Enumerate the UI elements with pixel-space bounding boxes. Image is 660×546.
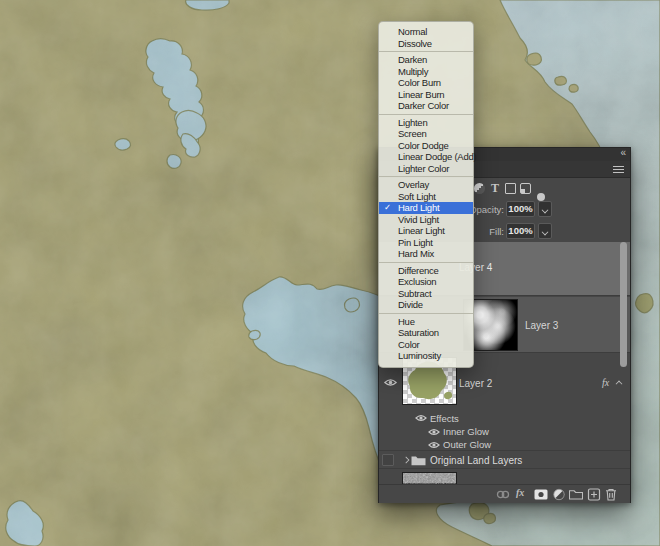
menu-item-dissolve[interactable]: Dissolve — [379, 38, 473, 50]
layer-style-icon[interactable]: fx — [516, 487, 530, 500]
adjustment-filter-icon[interactable] — [474, 183, 485, 194]
new-group-icon[interactable] — [569, 488, 583, 501]
adjustment-layer-icon[interactable] — [552, 488, 566, 501]
eye-icon[interactable] — [428, 441, 440, 449]
menu-item-darker-color[interactable]: Darker Color — [379, 100, 473, 112]
menu-item-saturation[interactable]: Saturation — [379, 327, 473, 339]
menu-item-linear-light[interactable]: Linear Light — [379, 225, 473, 237]
menu-item-lighter-color[interactable]: Lighter Color — [379, 163, 473, 175]
menu-item-label: Lighter Color — [398, 163, 449, 174]
menu-item-label: Normal — [398, 26, 427, 37]
delete-layer-icon[interactable] — [604, 488, 618, 501]
group-row-original-land-layers[interactable]: Original Land Layers — [379, 452, 630, 469]
disclosure-right-icon[interactable] — [403, 457, 408, 464]
menu-item-divide[interactable]: Divide — [379, 299, 473, 311]
collapse-effects-icon[interactable] — [616, 381, 623, 386]
menu-item-lighten[interactable]: Lighten — [379, 117, 473, 129]
menu-separator — [379, 114, 473, 115]
menu-item-label: Luminosity — [398, 350, 441, 361]
menu-item-overlay[interactable]: Overlay — [379, 179, 473, 191]
menu-item-color-burn[interactable]: Color Burn — [379, 77, 473, 89]
menu-item-label: Hard Mix — [398, 248, 434, 259]
menu-item-label: Lighten — [398, 117, 427, 128]
menu-item-difference[interactable]: Difference — [379, 265, 473, 277]
menu-item-label: Hue — [398, 316, 415, 327]
fill-value[interactable]: 100% — [506, 223, 535, 239]
menu-item-normal[interactable]: Normal — [379, 26, 473, 38]
menu-item-multiply[interactable]: Multiply — [379, 66, 473, 78]
collapse-panel-icon[interactable]: « — [620, 147, 625, 158]
link-layers-icon[interactable] — [496, 488, 510, 501]
menu-item-darken[interactable]: Darken — [379, 54, 473, 66]
menu-item-hard-light[interactable]: ✓Hard Light — [379, 202, 473, 214]
checkmark-icon: ✓ — [384, 202, 391, 214]
menu-item-label: Screen — [398, 128, 427, 139]
panel-scrollbar[interactable] — [620, 242, 627, 367]
visibility-well[interactable] — [382, 454, 394, 466]
panel-menu-icon[interactable] — [613, 166, 624, 173]
menu-separator — [379, 313, 473, 314]
menu-item-label: Overlay — [398, 179, 429, 190]
menu-item-linear-burn[interactable]: Linear Burn — [379, 89, 473, 101]
menu-item-label: Color Dodge — [398, 140, 449, 151]
menu-item-label: Vivid Light — [398, 214, 439, 225]
fill-dropdown[interactable] — [538, 223, 552, 239]
chevron-down-icon — [542, 229, 548, 235]
effects-row[interactable]: Effects — [379, 411, 630, 425]
menu-item-linear-dodge-add-[interactable]: Linear Dodge (Add) — [379, 151, 473, 163]
menu-item-label: Saturation — [398, 327, 439, 338]
fx-badge[interactable]: fx — [602, 377, 609, 388]
menu-item-label: Color Burn — [398, 77, 441, 88]
menu-item-screen[interactable]: Screen — [379, 128, 473, 140]
eye-icon[interactable] — [384, 378, 397, 387]
opacity-dropdown[interactable] — [538, 201, 552, 217]
menu-item-label: Dissolve — [398, 38, 432, 49]
menu-item-color-dodge[interactable]: Color Dodge — [379, 140, 473, 152]
menu-item-hard-mix[interactable]: Hard Mix — [379, 248, 473, 260]
menu-item-pin-light[interactable]: Pin Light — [379, 237, 473, 249]
outer-glow-row[interactable]: Outer Glow — [379, 438, 630, 451]
menu-item-label: Divide — [398, 299, 423, 310]
eye-icon[interactable] — [428, 428, 440, 436]
folder-icon — [411, 455, 426, 466]
menu-item-label: Difference — [398, 265, 439, 276]
menu-item-label: Darker Color — [398, 100, 449, 111]
menu-item-label: Exclusion — [398, 276, 436, 287]
opacity-value[interactable]: 100% — [506, 201, 535, 217]
group-name[interactable]: Original Land Layers — [430, 455, 522, 466]
menu-item-vivid-light[interactable]: Vivid Light — [379, 214, 473, 226]
add-mask-icon[interactable] — [534, 488, 548, 501]
menu-item-color[interactable]: Color — [379, 339, 473, 351]
type-filter-icon[interactable]: T — [491, 183, 499, 194]
menu-item-label: Multiply — [398, 66, 428, 77]
layer-name[interactable]: Layer 2 — [459, 378, 492, 389]
menu-item-label: Subtract — [398, 288, 431, 299]
menu-item-label: Linear Dodge (Add) — [398, 151, 476, 162]
inner-glow-row[interactable]: Inner Glow — [379, 425, 630, 438]
noise-thumbnail[interactable] — [402, 472, 457, 484]
menu-separator — [379, 51, 473, 52]
menu-item-label: Linear Burn — [398, 89, 444, 100]
partial-layer-row[interactable] — [379, 470, 630, 484]
effects-label: Effects — [430, 413, 459, 424]
chevron-down-icon — [542, 207, 548, 213]
blend-mode-menu: NormalDissolveDarkenMultiplyColor BurnLi… — [378, 21, 474, 368]
shape-filter-icon[interactable] — [505, 183, 516, 194]
menu-item-label: Hard Light — [398, 202, 439, 213]
filter-toggle-icon[interactable] — [537, 193, 545, 201]
panel-bottom-toolbar: fx — [379, 484, 630, 503]
smart-object-filter-icon[interactable] — [520, 183, 531, 194]
menu-item-soft-light[interactable]: Soft Light — [379, 191, 473, 203]
menu-item-subtract[interactable]: Subtract — [379, 288, 473, 300]
menu-item-exclusion[interactable]: Exclusion — [379, 276, 473, 288]
menu-item-hue[interactable]: Hue — [379, 316, 473, 328]
menu-item-label: Pin Light — [398, 237, 433, 248]
menu-item-label: Linear Light — [398, 225, 445, 236]
menu-item-luminosity[interactable]: Luminosity — [379, 350, 473, 362]
eye-icon[interactable] — [415, 414, 427, 422]
layer-name[interactable]: Layer 3 — [525, 320, 558, 331]
menu-item-label: Darken — [398, 54, 427, 65]
new-layer-icon[interactable] — [587, 488, 601, 501]
menu-item-label: Soft Light — [398, 191, 436, 202]
menu-separator — [379, 262, 473, 263]
